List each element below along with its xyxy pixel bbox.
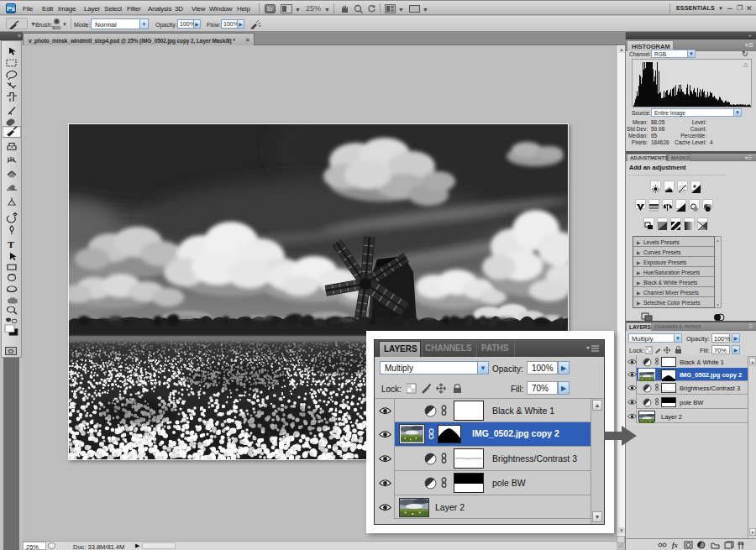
svg-text:fx: fx	[672, 542, 678, 549]
svg-text:T: T	[8, 239, 15, 249]
